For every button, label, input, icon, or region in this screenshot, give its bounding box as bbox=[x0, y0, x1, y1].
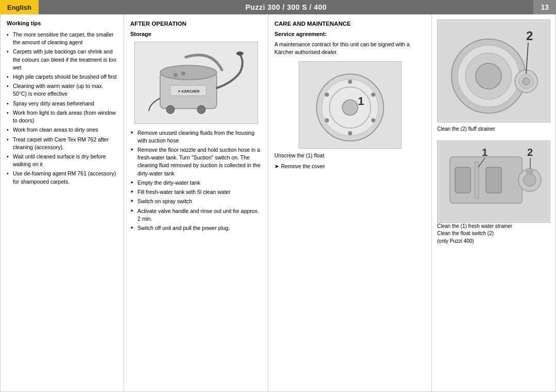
working-tips-section: Working tips The more sensitive the carp… bbox=[1, 14, 124, 391]
after-operation-list: Remove unused cleaning fluids from the h… bbox=[130, 129, 262, 233]
svg-point-17 bbox=[325, 118, 329, 122]
list-item: Switch on spray switch bbox=[130, 198, 262, 205]
list-item: Wait until cleaned surface is dry before… bbox=[7, 153, 117, 168]
language-text: English bbox=[7, 4, 31, 11]
list-item: Remove unused cleaning fluids from the h… bbox=[130, 129, 262, 145]
list-item: Treat carpet with Care Tex RM 762 after … bbox=[7, 136, 117, 151]
fresh-water-strainer-caption: Clean the (1) fresh water strainer Clean… bbox=[437, 223, 550, 245]
document-title: Puzzi 300 / 300 S / 400 bbox=[39, 3, 533, 11]
float-caption: Unscrew the (1) float bbox=[274, 152, 425, 159]
working-tips-heading: Working tips bbox=[7, 20, 117, 28]
storage-machine-image: ✦ KÄRCHER bbox=[134, 42, 258, 124]
after-operation-section: AFTER OPERATION Storage ✦ KÄRCHER bbox=[124, 14, 268, 391]
svg-point-16 bbox=[348, 131, 352, 135]
svg-text:1: 1 bbox=[358, 95, 364, 108]
list-item: Carpets with jute backings can shrink an… bbox=[7, 48, 117, 72]
svg-point-1 bbox=[160, 65, 217, 80]
storage-heading: Storage bbox=[130, 30, 262, 39]
after-operation-heading: AFTER OPERATION bbox=[130, 20, 262, 28]
svg-rect-33 bbox=[486, 167, 501, 193]
svg-point-3 bbox=[166, 105, 175, 114]
svg-rect-32 bbox=[455, 167, 471, 193]
main-content: Working tips The more sensitive the carp… bbox=[0, 14, 556, 392]
language-label: English bbox=[0, 0, 39, 14]
list-item: Work from light to dark areas (from wind… bbox=[7, 109, 117, 124]
side-images-section: 2 Clean the (2) fluff strainer bbox=[432, 14, 555, 391]
care-maintenance-section: CARE AND MAINTENANCE Service agreement: … bbox=[268, 14, 432, 391]
page-number: 13 bbox=[533, 0, 556, 14]
svg-point-36 bbox=[524, 174, 536, 186]
list-item: Empty the dirty-water tank bbox=[130, 179, 262, 187]
list-item: Switch off unit and pull the power plug. bbox=[130, 224, 262, 232]
list-item: Cleaning with warm water (up to max. 50°… bbox=[7, 82, 117, 98]
fluff-strainer-caption: Clean the (2) fluff strainer bbox=[437, 126, 550, 133]
svg-point-15 bbox=[371, 118, 375, 122]
page-header: English Puzzi 300 / 300 S / 400 13 bbox=[0, 0, 556, 14]
svg-point-18 bbox=[325, 93, 329, 97]
fluff-strainer-image: 2 bbox=[437, 20, 550, 122]
svg-point-12 bbox=[342, 100, 358, 115]
list-item: Work from clean areas to dirty ones bbox=[7, 126, 117, 134]
working-tips-list: The more sensitive the carpet, the small… bbox=[7, 31, 117, 186]
svg-text:2: 2 bbox=[527, 147, 533, 158]
float-device-image: 1 bbox=[299, 61, 402, 149]
svg-point-14 bbox=[371, 93, 375, 97]
svg-point-7 bbox=[173, 73, 178, 77]
list-item: High pile carpets should be brushed off … bbox=[7, 73, 117, 81]
list-item: Activate valve handle and rinse out unit… bbox=[130, 207, 262, 223]
svg-point-27 bbox=[523, 78, 530, 85]
list-item: Use de-foaming agent RM 761 (accessory) … bbox=[7, 170, 117, 185]
svg-rect-37 bbox=[526, 170, 533, 174]
list-item: Fill fresh-water tank with 5l clean wate… bbox=[130, 188, 262, 196]
service-agreement-text: A maintenance contract for this unit can… bbox=[274, 41, 425, 56]
list-item: Spray very dirty areas beforehand bbox=[7, 100, 117, 108]
svg-point-13 bbox=[348, 80, 352, 84]
fresh-water-strainer-image: 1 2 bbox=[437, 140, 550, 223]
svg-text:1: 1 bbox=[482, 147, 488, 158]
svg-point-8 bbox=[181, 72, 185, 76]
svg-point-24 bbox=[476, 63, 501, 89]
svg-text:2: 2 bbox=[526, 29, 533, 43]
svg-text:✦ KÄRCHER: ✦ KÄRCHER bbox=[177, 90, 199, 93]
svg-point-4 bbox=[197, 105, 205, 114]
service-agreement-heading: Service agreement: bbox=[274, 30, 425, 39]
care-maintenance-heading: CARE AND MAINTENANCE bbox=[274, 20, 425, 28]
list-item: Remove the floor nozzle and hold suction… bbox=[130, 146, 262, 177]
list-item: The more sensitive the carpet, the small… bbox=[7, 31, 117, 46]
svg-rect-34 bbox=[475, 162, 479, 198]
remove-cover-text: ➤Remove the cover bbox=[274, 163, 425, 170]
svg-point-2 bbox=[236, 51, 244, 56]
